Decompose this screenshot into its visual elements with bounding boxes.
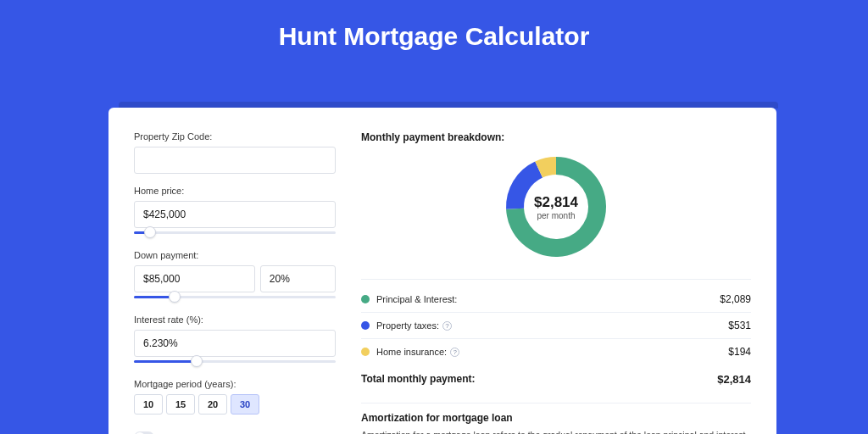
down-payment-label: Down payment: bbox=[134, 250, 336, 260]
help-icon[interactable]: ? bbox=[442, 321, 452, 331]
down-payment-slider[interactable] bbox=[134, 294, 336, 303]
divider bbox=[361, 279, 751, 280]
breakdown-title: Monthly payment breakdown: bbox=[361, 131, 751, 143]
home-price-input[interactable] bbox=[134, 201, 336, 228]
help-icon[interactable]: ? bbox=[450, 348, 459, 357]
legend-dot bbox=[361, 321, 370, 330]
breakdown-lines: Principal & Interest:$2,089Property taxe… bbox=[361, 287, 751, 364]
legend-dot bbox=[361, 348, 370, 356]
page-title: Hunt Mortgage Calculator bbox=[0, 0, 868, 66]
interest-rate-label: Interest rate (%): bbox=[134, 314, 336, 325]
home-price-label: Home price: bbox=[134, 186, 336, 196]
donut-center: $2,814 per month bbox=[504, 155, 608, 259]
home-price-group: Home price: bbox=[134, 186, 336, 238]
total-value: $2,814 bbox=[717, 373, 751, 386]
donut-chart: $2,814 per month bbox=[504, 155, 608, 259]
total-row: Total monthly payment: $2,814 bbox=[361, 364, 751, 396]
breakdown-line: Property taxes:?$531 bbox=[361, 313, 751, 339]
zip-input[interactable] bbox=[134, 147, 336, 174]
breakdown-line-label: Property taxes:? bbox=[376, 320, 721, 331]
mortgage-period-options: 10152030 bbox=[134, 394, 336, 415]
mortgage-period-option-20[interactable]: 20 bbox=[198, 394, 227, 415]
calculator-card: Property Zip Code: Home price: Down paym… bbox=[108, 108, 776, 434]
donut-per-month: per month bbox=[537, 211, 575, 220]
interest-rate-group: Interest rate (%): bbox=[134, 314, 336, 367]
mortgage-period-option-30[interactable]: 30 bbox=[231, 394, 259, 415]
zip-group: Property Zip Code: bbox=[134, 131, 336, 174]
inputs-column: Property Zip Code: Home price: Down paym… bbox=[134, 131, 336, 434]
breakdown-line-label: Home insurance:? bbox=[376, 347, 721, 357]
donut-chart-wrap: $2,814 per month bbox=[361, 152, 751, 272]
breakdown-line-value: $531 bbox=[728, 320, 751, 331]
interest-rate-input[interactable] bbox=[134, 330, 336, 357]
breakdown-line: Home insurance:?$194 bbox=[361, 339, 751, 364]
legend-dot bbox=[361, 295, 370, 303]
mortgage-period-group: Mortgage period (years): 10152030 bbox=[134, 379, 336, 415]
amortization-body: Amortization for a mortgage loan refers … bbox=[361, 429, 751, 434]
down-payment-percent-input[interactable] bbox=[260, 265, 336, 292]
breakdown-line: Principal & Interest:$2,089 bbox=[361, 287, 751, 313]
down-payment-group: Down payment: bbox=[134, 250, 336, 303]
mortgage-period-label: Mortgage period (years): bbox=[134, 379, 336, 389]
mortgage-period-option-15[interactable]: 15 bbox=[166, 394, 195, 415]
donut-amount: $2,814 bbox=[534, 194, 578, 211]
breakdown-line-label: Principal & Interest: bbox=[376, 294, 713, 304]
amortization-title: Amortization for mortgage loan bbox=[361, 412, 751, 424]
divider bbox=[361, 403, 751, 403]
zip-label: Property Zip Code: bbox=[134, 131, 336, 142]
breakdown-line-value: $194 bbox=[728, 346, 751, 358]
down-payment-amount-input[interactable] bbox=[134, 265, 255, 292]
home-price-slider[interactable] bbox=[134, 230, 336, 238]
total-label: Total monthly payment: bbox=[361, 373, 717, 386]
interest-rate-slider[interactable] bbox=[134, 359, 336, 367]
breakdown-line-value: $2,089 bbox=[720, 293, 751, 305]
breakdown-column: Monthly payment breakdown: $2,814 per mo… bbox=[361, 131, 751, 434]
mortgage-period-option-10[interactable]: 10 bbox=[134, 394, 163, 415]
